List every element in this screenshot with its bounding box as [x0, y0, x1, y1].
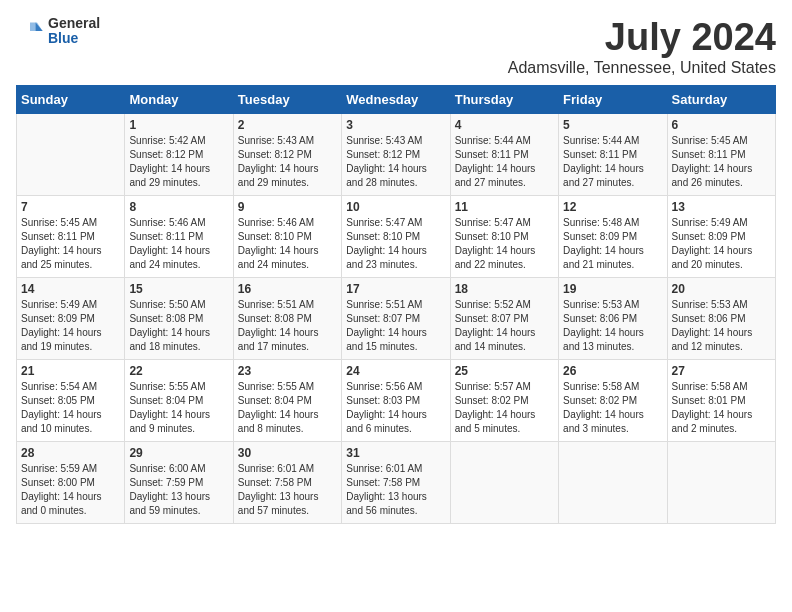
day-number: 24	[346, 364, 445, 378]
calendar-week-row: 1Sunrise: 5:42 AM Sunset: 8:12 PM Daylig…	[17, 114, 776, 196]
logo-blue: Blue	[48, 31, 100, 46]
cell-content: Sunrise: 5:48 AM Sunset: 8:09 PM Dayligh…	[563, 216, 662, 272]
calendar-cell: 6Sunrise: 5:45 AM Sunset: 8:11 PM Daylig…	[667, 114, 775, 196]
calendar-week-row: 21Sunrise: 5:54 AM Sunset: 8:05 PM Dayli…	[17, 360, 776, 442]
day-number: 12	[563, 200, 662, 214]
cell-content: Sunrise: 5:53 AM Sunset: 8:06 PM Dayligh…	[672, 298, 771, 354]
calendar-cell: 10Sunrise: 5:47 AM Sunset: 8:10 PM Dayli…	[342, 196, 450, 278]
cell-content: Sunrise: 6:01 AM Sunset: 7:58 PM Dayligh…	[238, 462, 337, 518]
logo: General Blue	[16, 16, 100, 47]
day-number: 19	[563, 282, 662, 296]
calendar-cell: 2Sunrise: 5:43 AM Sunset: 8:12 PM Daylig…	[233, 114, 341, 196]
calendar-cell: 4Sunrise: 5:44 AM Sunset: 8:11 PM Daylig…	[450, 114, 558, 196]
day-number: 3	[346, 118, 445, 132]
header-day-saturday: Saturday	[667, 86, 775, 114]
calendar-cell: 31Sunrise: 6:01 AM Sunset: 7:58 PM Dayli…	[342, 442, 450, 524]
calendar-cell: 5Sunrise: 5:44 AM Sunset: 8:11 PM Daylig…	[559, 114, 667, 196]
calendar-cell: 21Sunrise: 5:54 AM Sunset: 8:05 PM Dayli…	[17, 360, 125, 442]
day-number: 13	[672, 200, 771, 214]
cell-content: Sunrise: 5:52 AM Sunset: 8:07 PM Dayligh…	[455, 298, 554, 354]
day-number: 1	[129, 118, 228, 132]
day-number: 23	[238, 364, 337, 378]
day-number: 11	[455, 200, 554, 214]
calendar-cell: 23Sunrise: 5:55 AM Sunset: 8:04 PM Dayli…	[233, 360, 341, 442]
cell-content: Sunrise: 5:59 AM Sunset: 8:00 PM Dayligh…	[21, 462, 120, 518]
calendar-cell: 28Sunrise: 5:59 AM Sunset: 8:00 PM Dayli…	[17, 442, 125, 524]
day-number: 21	[21, 364, 120, 378]
logo-general: General	[48, 16, 100, 31]
cell-content: Sunrise: 5:50 AM Sunset: 8:08 PM Dayligh…	[129, 298, 228, 354]
cell-content: Sunrise: 5:51 AM Sunset: 8:07 PM Dayligh…	[346, 298, 445, 354]
day-number: 25	[455, 364, 554, 378]
cell-content: Sunrise: 5:55 AM Sunset: 8:04 PM Dayligh…	[129, 380, 228, 436]
calendar-cell: 30Sunrise: 6:01 AM Sunset: 7:58 PM Dayli…	[233, 442, 341, 524]
calendar-cell	[17, 114, 125, 196]
day-number: 28	[21, 446, 120, 460]
calendar-cell: 9Sunrise: 5:46 AM Sunset: 8:10 PM Daylig…	[233, 196, 341, 278]
day-number: 31	[346, 446, 445, 460]
day-number: 5	[563, 118, 662, 132]
calendar-cell: 19Sunrise: 5:53 AM Sunset: 8:06 PM Dayli…	[559, 278, 667, 360]
header-day-sunday: Sunday	[17, 86, 125, 114]
cell-content: Sunrise: 5:47 AM Sunset: 8:10 PM Dayligh…	[346, 216, 445, 272]
calendar-cell: 11Sunrise: 5:47 AM Sunset: 8:10 PM Dayli…	[450, 196, 558, 278]
day-number: 18	[455, 282, 554, 296]
subtitle: Adamsville, Tennessee, United States	[508, 59, 776, 77]
day-number: 30	[238, 446, 337, 460]
calendar-cell: 27Sunrise: 5:58 AM Sunset: 8:01 PM Dayli…	[667, 360, 775, 442]
calendar-week-row: 14Sunrise: 5:49 AM Sunset: 8:09 PM Dayli…	[17, 278, 776, 360]
cell-content: Sunrise: 5:56 AM Sunset: 8:03 PM Dayligh…	[346, 380, 445, 436]
calendar-cell: 15Sunrise: 5:50 AM Sunset: 8:08 PM Dayli…	[125, 278, 233, 360]
day-number: 26	[563, 364, 662, 378]
cell-content: Sunrise: 5:58 AM Sunset: 8:02 PM Dayligh…	[563, 380, 662, 436]
day-number: 16	[238, 282, 337, 296]
cell-content: Sunrise: 6:01 AM Sunset: 7:58 PM Dayligh…	[346, 462, 445, 518]
day-number: 6	[672, 118, 771, 132]
calendar-cell: 25Sunrise: 5:57 AM Sunset: 8:02 PM Dayli…	[450, 360, 558, 442]
calendar-header-row: SundayMondayTuesdayWednesdayThursdayFrid…	[17, 86, 776, 114]
calendar-table: SundayMondayTuesdayWednesdayThursdayFrid…	[16, 85, 776, 524]
calendar-cell	[559, 442, 667, 524]
logo-icon	[16, 17, 44, 45]
main-title: July 2024	[508, 16, 776, 59]
cell-content: Sunrise: 5:55 AM Sunset: 8:04 PM Dayligh…	[238, 380, 337, 436]
header-day-tuesday: Tuesday	[233, 86, 341, 114]
cell-content: Sunrise: 5:51 AM Sunset: 8:08 PM Dayligh…	[238, 298, 337, 354]
calendar-week-row: 7Sunrise: 5:45 AM Sunset: 8:11 PM Daylig…	[17, 196, 776, 278]
header-day-wednesday: Wednesday	[342, 86, 450, 114]
day-number: 10	[346, 200, 445, 214]
calendar-cell: 1Sunrise: 5:42 AM Sunset: 8:12 PM Daylig…	[125, 114, 233, 196]
header-day-thursday: Thursday	[450, 86, 558, 114]
cell-content: Sunrise: 5:43 AM Sunset: 8:12 PM Dayligh…	[238, 134, 337, 190]
calendar-cell: 17Sunrise: 5:51 AM Sunset: 8:07 PM Dayli…	[342, 278, 450, 360]
day-number: 2	[238, 118, 337, 132]
cell-content: Sunrise: 5:54 AM Sunset: 8:05 PM Dayligh…	[21, 380, 120, 436]
logo-text: General Blue	[48, 16, 100, 47]
calendar-cell: 8Sunrise: 5:46 AM Sunset: 8:11 PM Daylig…	[125, 196, 233, 278]
cell-content: Sunrise: 5:46 AM Sunset: 8:11 PM Dayligh…	[129, 216, 228, 272]
calendar-cell	[667, 442, 775, 524]
calendar-cell: 3Sunrise: 5:43 AM Sunset: 8:12 PM Daylig…	[342, 114, 450, 196]
cell-content: Sunrise: 5:44 AM Sunset: 8:11 PM Dayligh…	[455, 134, 554, 190]
cell-content: Sunrise: 5:45 AM Sunset: 8:11 PM Dayligh…	[21, 216, 120, 272]
cell-content: Sunrise: 5:47 AM Sunset: 8:10 PM Dayligh…	[455, 216, 554, 272]
calendar-cell: 7Sunrise: 5:45 AM Sunset: 8:11 PM Daylig…	[17, 196, 125, 278]
calendar-cell: 16Sunrise: 5:51 AM Sunset: 8:08 PM Dayli…	[233, 278, 341, 360]
cell-content: Sunrise: 5:45 AM Sunset: 8:11 PM Dayligh…	[672, 134, 771, 190]
cell-content: Sunrise: 5:44 AM Sunset: 8:11 PM Dayligh…	[563, 134, 662, 190]
calendar-cell: 22Sunrise: 5:55 AM Sunset: 8:04 PM Dayli…	[125, 360, 233, 442]
calendar-cell: 20Sunrise: 5:53 AM Sunset: 8:06 PM Dayli…	[667, 278, 775, 360]
day-number: 22	[129, 364, 228, 378]
cell-content: Sunrise: 6:00 AM Sunset: 7:59 PM Dayligh…	[129, 462, 228, 518]
day-number: 17	[346, 282, 445, 296]
calendar-week-row: 28Sunrise: 5:59 AM Sunset: 8:00 PM Dayli…	[17, 442, 776, 524]
calendar-cell	[450, 442, 558, 524]
cell-content: Sunrise: 5:58 AM Sunset: 8:01 PM Dayligh…	[672, 380, 771, 436]
cell-content: Sunrise: 5:42 AM Sunset: 8:12 PM Dayligh…	[129, 134, 228, 190]
header-day-monday: Monday	[125, 86, 233, 114]
cell-content: Sunrise: 5:53 AM Sunset: 8:06 PM Dayligh…	[563, 298, 662, 354]
calendar-cell: 12Sunrise: 5:48 AM Sunset: 8:09 PM Dayli…	[559, 196, 667, 278]
day-number: 4	[455, 118, 554, 132]
calendar-cell: 24Sunrise: 5:56 AM Sunset: 8:03 PM Dayli…	[342, 360, 450, 442]
header-day-friday: Friday	[559, 86, 667, 114]
